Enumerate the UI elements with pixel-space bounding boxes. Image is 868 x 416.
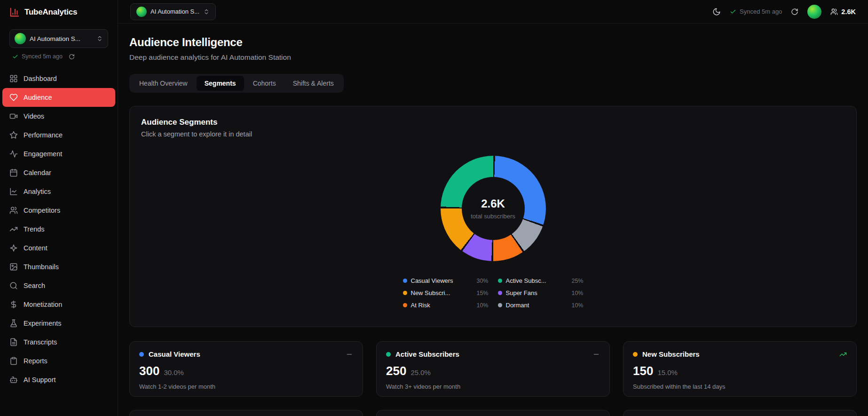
tab-segments[interactable]: Segments xyxy=(197,76,244,91)
sidebar-item-label: Videos xyxy=(24,112,44,120)
tab-shifts-alerts[interactable]: Shifts & Alerts xyxy=(285,76,342,91)
sidebar-item-label: AI Support xyxy=(24,376,56,384)
sidebar-item-label: Reports xyxy=(24,357,47,365)
sidebar-item-label: Monetization xyxy=(24,301,62,308)
segment-value: 150 xyxy=(633,364,653,378)
sidebar-item-label: Trends xyxy=(24,225,45,233)
sidebar-item-thumbnails[interactable]: Thumbnails xyxy=(0,257,118,276)
sidebar-item-audience[interactable]: Audience xyxy=(2,88,115,107)
segment-card-clipped[interactable] xyxy=(376,410,610,416)
users-icon xyxy=(830,8,838,16)
chart-legend: Casual Viewers 30% Active Subsc... 25% N… xyxy=(141,277,845,309)
sidebar-item-label: Transcripts xyxy=(24,338,57,346)
sidebar-nav: Dashboard Audience Videos Performance En… xyxy=(0,69,118,389)
legend-item-active-subscribers[interactable]: Active Subsc... 25% xyxy=(498,277,584,284)
layout-grid-icon xyxy=(9,74,18,83)
legend-item-dormant[interactable]: Dormant 10% xyxy=(498,302,584,309)
subscriber-count: 2.6K xyxy=(841,8,856,16)
topbar-sync-status: Synced 5m ago xyxy=(730,8,782,15)
line-chart-icon xyxy=(9,187,18,196)
legend-label: At Risk xyxy=(411,302,430,309)
segment-card-clipped[interactable] xyxy=(623,410,857,416)
minus-icon xyxy=(592,351,600,358)
calendar-icon xyxy=(9,168,18,177)
sidebar-item-reports[interactable]: Reports xyxy=(0,352,118,370)
clipboard-icon xyxy=(9,357,18,365)
refresh-icon[interactable] xyxy=(791,8,798,16)
segment-percent: 15.0% xyxy=(657,368,678,376)
legend-percent: 30% xyxy=(476,278,488,284)
check-icon xyxy=(730,8,736,15)
sidebar-item-label: Performance xyxy=(24,131,63,139)
channel-avatar xyxy=(15,33,26,44)
segment-name: Active Subscribers xyxy=(395,350,459,358)
segment-dot xyxy=(386,352,391,357)
dark-mode-toggle-moon-icon[interactable] xyxy=(712,8,721,16)
sidebar-item-label: Competitors xyxy=(24,207,60,214)
sidebar-item-label: Experiments xyxy=(24,320,62,327)
chevrons-up-down-icon xyxy=(203,8,210,15)
refresh-icon[interactable] xyxy=(69,54,75,60)
image-icon xyxy=(9,263,18,271)
sidebar-item-engagement[interactable]: Engagement xyxy=(0,144,118,163)
legend-item-new-subscribers[interactable]: New Subscri... 15% xyxy=(403,289,489,296)
legend-item-casual-viewers[interactable]: Casual Viewers 30% xyxy=(403,277,489,284)
sidebar-item-experiments[interactable]: Experiments xyxy=(0,314,118,333)
donut-chart[interactable]: 2.6K total subscribers xyxy=(441,156,546,261)
page-subtitle: Deep audience analytics for AI Automatio… xyxy=(129,53,857,62)
tab-health-overview[interactable]: Health Overview xyxy=(131,76,196,91)
sidebar-item-label: Content xyxy=(24,244,47,252)
legend-percent: 10% xyxy=(571,290,583,296)
legend-label: Casual Viewers xyxy=(411,277,453,284)
segment-dot xyxy=(633,352,638,357)
sidebar-item-performance[interactable]: Performance xyxy=(0,126,118,144)
sidebar-item-monetization[interactable]: Monetization xyxy=(0,295,118,314)
legend-item-at-risk[interactable]: At Risk 10% xyxy=(403,302,489,309)
sidebar-item-search[interactable]: Search xyxy=(0,276,118,295)
search-icon xyxy=(9,281,18,290)
sidebar-item-label: Analytics xyxy=(24,188,51,195)
segment-description: Subscribed within the last 14 days xyxy=(633,383,847,390)
sidebar-item-transcripts[interactable]: Transcripts xyxy=(0,333,118,352)
user-avatar[interactable] xyxy=(807,5,821,19)
tab-cohorts[interactable]: Cohorts xyxy=(245,76,284,91)
legend-percent: 25% xyxy=(571,278,583,284)
legend-label: Super Fans xyxy=(506,289,537,296)
segment-percent: 30.0% xyxy=(164,368,184,376)
sidebar-item-dashboard[interactable]: Dashboard xyxy=(0,69,118,88)
legend-percent: 10% xyxy=(476,302,488,309)
legend-dot xyxy=(403,303,407,307)
sidebar: TubeAnalytics AI Automation S... Synced … xyxy=(0,0,118,416)
panel-title: Audience Segments xyxy=(141,118,845,127)
file-text-icon xyxy=(9,338,18,346)
sidebar-item-analytics[interactable]: Analytics xyxy=(0,182,118,201)
sidebar-item-calendar[interactable]: Calendar xyxy=(0,163,118,182)
sidebar-item-videos[interactable]: Videos xyxy=(0,107,118,126)
sidebar-channel-selector[interactable]: AI Automation S... xyxy=(9,29,108,48)
legend-percent: 15% xyxy=(476,290,488,296)
channel-name: AI Automation S... xyxy=(150,8,199,15)
main-area: AI Automation S... Synced 5m ago 2.6K xyxy=(118,0,868,416)
segment-value: 300 xyxy=(139,364,159,378)
legend-item-super-fans[interactable]: Super Fans 10% xyxy=(498,289,584,296)
segment-value: 250 xyxy=(386,364,406,378)
topbar-channel-selector[interactable]: AI Automation S... xyxy=(130,3,216,20)
sidebar-item-label: Calendar xyxy=(24,169,51,176)
sidebar-item-label: Thumbnails xyxy=(24,263,59,271)
minus-icon xyxy=(346,351,353,358)
segment-card-clipped[interactable] xyxy=(129,410,363,416)
sidebar-item-trends[interactable]: Trends xyxy=(0,220,118,239)
segment-card-active-subscribers[interactable]: Active Subscribers 250 25.0% Watch 3+ vi… xyxy=(376,341,610,397)
legend-dot xyxy=(498,303,502,307)
page-content: Audience Intelligence Deep audience anal… xyxy=(118,24,868,416)
trending-up-icon xyxy=(9,225,18,233)
segment-card-new-subscribers[interactable]: New Subscribers 150 15.0% Subscribed wit… xyxy=(623,341,857,397)
sidebar-item-content[interactable]: Content xyxy=(0,239,118,257)
segment-name: Casual Viewers xyxy=(149,350,200,358)
legend-label: Dormant xyxy=(506,302,529,309)
segment-card-casual-viewers[interactable]: Casual Viewers 300 30.0% Watch 1-2 video… xyxy=(129,341,363,397)
sidebar-item-ai-support[interactable]: AI Support xyxy=(0,370,118,389)
sidebar-item-competitors[interactable]: Competitors xyxy=(0,201,118,220)
legend-dot xyxy=(498,279,502,283)
check-icon xyxy=(12,54,18,60)
